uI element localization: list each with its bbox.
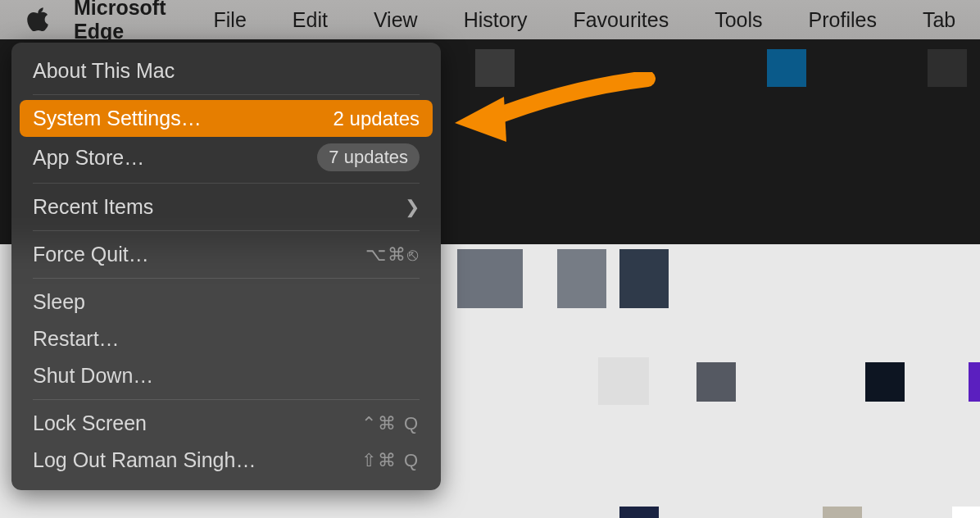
separator: [33, 399, 420, 400]
updates-badge: 2 updates: [333, 107, 420, 130]
menubar-file[interactable]: File: [191, 0, 270, 39]
separator: [33, 183, 420, 184]
menu-system-settings[interactable]: System Settings… 2 updates: [20, 100, 433, 137]
menu-shut-down[interactable]: Shut Down…: [20, 357, 433, 394]
separator: [33, 94, 420, 95]
apple-menu-dropdown: About This Mac System Settings… 2 update…: [11, 43, 441, 490]
menubar-history[interactable]: History: [441, 0, 551, 39]
menubar-profiles[interactable]: Profiles: [786, 0, 900, 39]
menubar-favourites[interactable]: Favourites: [550, 0, 692, 39]
menu-label: Shut Down…: [33, 364, 420, 388]
menu-recent-items[interactable]: Recent Items ❯: [20, 189, 433, 225]
menu-restart[interactable]: Restart…: [20, 320, 433, 357]
keyboard-shortcut: ⇧⌘ Q: [361, 450, 420, 471]
annotation-arrow-icon: [442, 72, 656, 157]
menu-label: Sleep: [33, 290, 420, 314]
menu-label: Recent Items: [33, 195, 405, 219]
menubar-edit[interactable]: Edit: [270, 0, 351, 39]
menu-label: About This Mac: [33, 59, 420, 83]
menubar-tools[interactable]: Tools: [692, 0, 785, 39]
menubar-tab[interactable]: Tab: [900, 0, 978, 39]
menu-log-out[interactable]: Log Out Raman Singh… ⇧⌘ Q: [20, 442, 433, 479]
menu-label: App Store…: [33, 146, 317, 170]
keyboard-shortcut: ⌥⌘⎋: [365, 244, 420, 266]
menu-force-quit[interactable]: Force Quit… ⌥⌘⎋: [20, 236, 433, 273]
menu-sleep[interactable]: Sleep: [20, 284, 433, 320]
menu-label: Log Out Raman Singh…: [33, 448, 361, 472]
chevron-right-icon: ❯: [405, 197, 420, 218]
menu-label: Lock Screen: [33, 411, 361, 435]
menubar: Microsoft Edge File Edit View History Fa…: [0, 0, 980, 39]
keyboard-shortcut: ⌃⌘ Q: [361, 413, 420, 434]
menu-about-this-mac[interactable]: About This Mac: [20, 52, 433, 89]
menu-label: System Settings…: [33, 107, 333, 130]
separator: [33, 278, 420, 279]
apple-menu-icon[interactable]: [26, 6, 49, 34]
separator: [33, 230, 420, 231]
menu-lock-screen[interactable]: Lock Screen ⌃⌘ Q: [20, 405, 433, 442]
menubar-app-name[interactable]: Microsoft Edge: [59, 0, 191, 39]
menubar-view[interactable]: View: [351, 0, 441, 39]
menu-app-store[interactable]: App Store… 7 updates: [20, 137, 433, 178]
menu-label: Restart…: [33, 327, 420, 351]
menu-label: Force Quit…: [33, 243, 365, 266]
updates-badge: 7 updates: [317, 143, 420, 171]
